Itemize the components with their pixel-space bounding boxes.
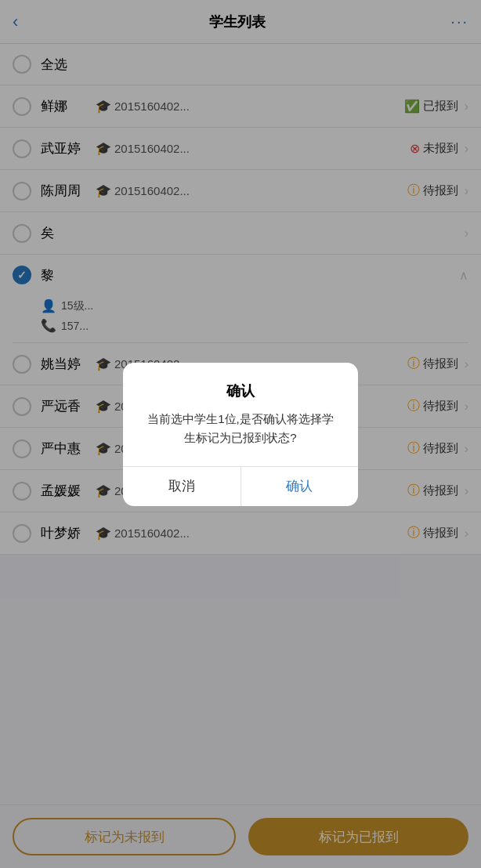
dialog-cancel-button[interactable]: 取消 (123, 467, 241, 506)
dialog-title: 确认 (123, 363, 358, 410)
dialog-overlay: 确认 当前选中学生1位,是否确认将选择学生标记为已报到状态? 取消 确认 (0, 0, 481, 868)
dialog-buttons: 取消 确认 (123, 467, 358, 506)
dialog-message: 当前选中学生1位,是否确认将选择学生标记为已报到状态? (123, 410, 358, 466)
confirm-dialog: 确认 当前选中学生1位,是否确认将选择学生标记为已报到状态? 取消 确认 (123, 363, 358, 506)
dialog-confirm-button[interactable]: 确认 (241, 467, 359, 506)
